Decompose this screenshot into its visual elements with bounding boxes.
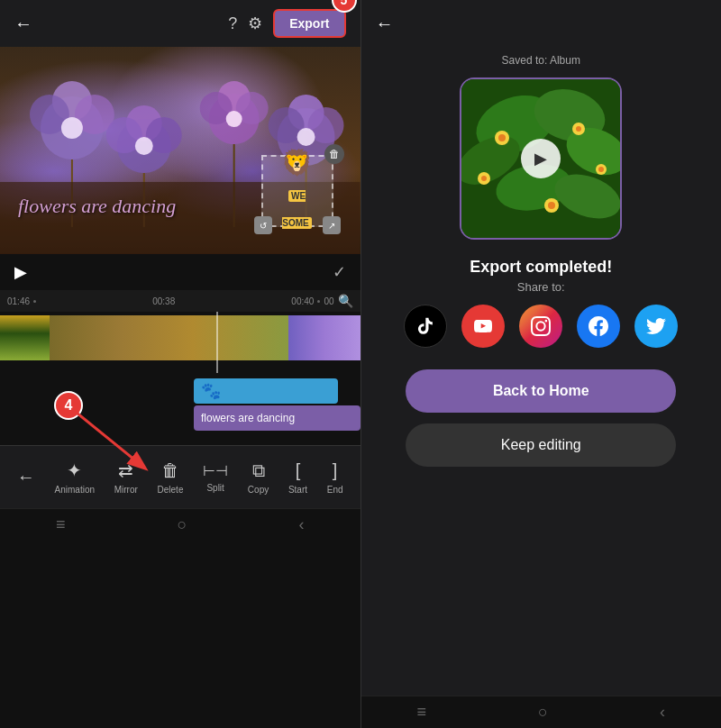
header-right: ? ⚙ Export 5 bbox=[228, 9, 345, 38]
nav-menu-icon-right[interactable]: ≡ bbox=[417, 703, 427, 722]
bottom-toolbar: ← ✦ Animation ⇄ Mirror 🗑 Delete ⊢⊣ Split… bbox=[0, 445, 360, 508]
right-back-button[interactable]: ← bbox=[376, 14, 394, 34]
timeline-ruler: 01:46 00:38 00:40 00 🔍 bbox=[0, 290, 360, 312]
left-header: ← ? ⚙ Export 5 bbox=[0, 0, 360, 47]
end-label: End bbox=[327, 485, 343, 495]
video-thumbnail[interactable]: ▶ bbox=[460, 77, 622, 240]
instagram-share-button[interactable] bbox=[519, 305, 562, 348]
nav-back-icon-left[interactable]: ‹ bbox=[298, 515, 304, 534]
end-icon: ] bbox=[333, 460, 338, 481]
back-button[interactable]: ← bbox=[14, 14, 32, 34]
svg-point-9 bbox=[135, 137, 153, 155]
svg-point-43 bbox=[548, 202, 555, 209]
timeline-playhead bbox=[216, 312, 218, 373]
export-button[interactable]: Export bbox=[273, 9, 345, 38]
facebook-share-button[interactable] bbox=[577, 305, 620, 348]
tool-start[interactable]: [ Start bbox=[288, 460, 307, 495]
track-thumb-purple bbox=[288, 315, 360, 360]
video-text-overlay: flowers are dancing bbox=[18, 195, 176, 218]
text-track[interactable]: flowers are dancing bbox=[194, 405, 360, 431]
tool-copy[interactable]: ⧉ Copy bbox=[248, 460, 269, 495]
export-completed-text: Export completed! bbox=[470, 258, 612, 277]
copy-label: Copy bbox=[248, 485, 269, 495]
split-label: Split bbox=[206, 483, 224, 493]
svg-line-26 bbox=[72, 409, 144, 468]
sticker-rotate[interactable]: ↺ bbox=[254, 216, 272, 234]
video-preview: flowers are dancing 🗑 🦁WESOME ↗ ↺ bbox=[0, 47, 360, 254]
svg-point-35 bbox=[498, 134, 506, 141]
svg-point-4 bbox=[61, 117, 83, 139]
step-4-container: 4 bbox=[54, 391, 83, 420]
settings-button[interactable]: ⚙ bbox=[248, 14, 262, 33]
start-label: Start bbox=[288, 485, 307, 495]
instagram-icon bbox=[531, 316, 551, 336]
start-icon: [ bbox=[296, 460, 301, 481]
sticker-resize[interactable]: ↗ bbox=[323, 216, 341, 234]
help-button[interactable]: ? bbox=[228, 14, 237, 33]
track-thumb-1 bbox=[0, 315, 50, 360]
share-to-label: Share to: bbox=[517, 280, 565, 294]
timeline-area: ▶ ✓ 01:46 00:38 00:40 00 🔍 bbox=[0, 254, 360, 728]
time-00-38: 00:38 bbox=[36, 296, 291, 306]
svg-point-39 bbox=[598, 167, 604, 172]
mirror-label: Mirror bbox=[114, 485, 138, 495]
track-thumb-2 bbox=[50, 315, 288, 360]
split-icon: ⊢⊣ bbox=[203, 462, 228, 479]
nav-bar-right: ≡ ○ ‹ bbox=[361, 696, 722, 728]
text-track-label: flowers are dancing bbox=[201, 412, 295, 424]
play-overlay-button[interactable]: ▶ bbox=[521, 139, 561, 178]
svg-point-19 bbox=[297, 128, 315, 146]
step-4-arrow bbox=[63, 409, 171, 481]
svg-point-41 bbox=[481, 176, 487, 181]
time-00-40: 00:40 bbox=[291, 296, 314, 306]
youtube-icon bbox=[472, 315, 494, 337]
share-icons-row bbox=[404, 305, 678, 348]
sticker-track[interactable]: 🐾 bbox=[194, 378, 338, 404]
timeline-controls: ▶ ✓ bbox=[0, 254, 360, 290]
nav-home-icon-left[interactable]: ○ bbox=[178, 515, 187, 534]
svg-point-37 bbox=[576, 126, 581, 132]
time-00: 00 bbox=[324, 296, 333, 306]
zoom-icon[interactable]: 🔍 bbox=[338, 294, 353, 308]
right-panel: ← Saved to: Album bbox=[361, 0, 722, 728]
right-header: ← bbox=[361, 0, 722, 47]
tool-back[interactable]: ← bbox=[17, 467, 35, 487]
nav-bar-left: ≡ ○ ‹ bbox=[0, 508, 360, 541]
back-to-home-button[interactable]: Back to Home bbox=[406, 369, 676, 413]
sticker-delete[interactable]: 🗑 bbox=[324, 144, 344, 164]
tiktok-icon bbox=[415, 316, 435, 336]
youtube-share-button[interactable] bbox=[461, 305, 505, 348]
text-tracks-area: 4 🐾 flowers are dancing bbox=[0, 373, 360, 445]
sticker-emoji: 🦁WESOME bbox=[281, 150, 313, 232]
back-icon: ← bbox=[17, 467, 35, 487]
left-panel: ← ? ⚙ Export 5 bbox=[0, 0, 360, 728]
video-track-container bbox=[0, 312, 360, 373]
animation-label: Animation bbox=[55, 485, 95, 495]
sticker-track-emoji: 🐾 bbox=[201, 381, 221, 401]
twitter-share-button[interactable] bbox=[634, 305, 678, 348]
facebook-icon bbox=[589, 316, 608, 336]
check-button[interactable]: ✓ bbox=[333, 262, 346, 282]
tiktok-share-button[interactable] bbox=[404, 305, 447, 348]
copy-icon: ⧉ bbox=[252, 460, 265, 481]
saved-label: Saved to: Album bbox=[361, 54, 722, 67]
tool-end[interactable]: ] End bbox=[327, 460, 343, 495]
svg-point-14 bbox=[226, 111, 242, 127]
play-button[interactable]: ▶ bbox=[14, 262, 27, 282]
time-01-46: 01:46 bbox=[7, 296, 30, 306]
keep-editing-button[interactable]: Keep editing bbox=[406, 423, 676, 467]
video-track[interactable] bbox=[0, 315, 360, 360]
nav-back-icon-right[interactable]: ‹ bbox=[660, 703, 665, 722]
ruler-dot-2 bbox=[317, 300, 320, 303]
nav-home-icon-right[interactable]: ○ bbox=[538, 703, 548, 722]
sticker-box[interactable]: 🗑 🦁WESOME ↗ ↺ bbox=[261, 155, 333, 227]
delete-label: Delete bbox=[158, 485, 184, 495]
nav-menu-icon-left[interactable]: ≡ bbox=[56, 515, 66, 534]
tool-split[interactable]: ⊢⊣ Split bbox=[203, 462, 228, 493]
twitter-icon bbox=[646, 316, 666, 336]
